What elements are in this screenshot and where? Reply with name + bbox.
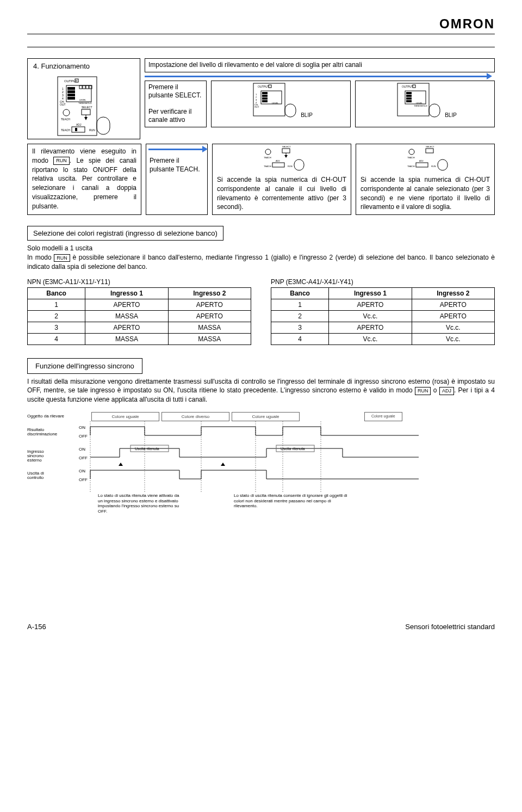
svg-rect-23 <box>82 109 90 115</box>
svg-text:controllo: controllo <box>27 475 44 480</box>
svg-text:LEVEL: LEVEL <box>272 102 279 104</box>
premere-select: Premere il pulsante SELECT. <box>145 81 206 102</box>
svg-rect-54 <box>406 97 412 100</box>
svg-rect-14 <box>67 97 75 100</box>
pnp-table: BancoIngresso 1Ingresso 2 1APERTOAPERTO … <box>271 287 495 345</box>
svg-text:ON: ON <box>79 447 85 452</box>
svg-text:SELECT: SELECT <box>426 145 434 148</box>
impostazione-heading: Impostazione del livello di rilevamento … <box>145 59 494 72</box>
svg-rect-48 <box>397 83 429 116</box>
svg-text:THRESHOLD: THRESHOLD <box>414 104 427 107</box>
svg-rect-12 <box>67 90 75 93</box>
svg-text:SELECT: SELECT <box>82 106 92 109</box>
svg-rect-38 <box>262 97 268 100</box>
svg-rect-1 <box>97 117 110 134</box>
svg-marker-103 <box>221 463 225 466</box>
svg-rect-36 <box>262 92 268 94</box>
svg-rect-61 <box>282 149 290 153</box>
svg-text:OFF: OFF <box>79 456 88 460</box>
svg-rect-58 <box>429 104 440 117</box>
svg-rect-31 <box>75 128 77 131</box>
svg-marker-102 <box>119 463 123 466</box>
svg-text:esterno: esterno <box>27 458 42 463</box>
section4-title: 4. Funzionamento <box>28 59 140 73</box>
chout-text-2: Si accende la spia numerica di CH-OUT co… <box>356 173 494 214</box>
svg-rect-34 <box>269 85 271 88</box>
svg-text:RUN: RUN <box>431 165 436 168</box>
svg-text:RUN: RUN <box>89 128 95 132</box>
svg-text:OUTPUT: OUTPUT <box>258 85 269 88</box>
note-2: Lo stato di uscita ritenuta consente di … <box>234 493 353 514</box>
svg-rect-74 <box>416 163 428 167</box>
svg-text:TEACH: TEACH <box>407 156 415 159</box>
svg-text:Uscita ritenuta: Uscita ritenuta <box>281 447 305 451</box>
page-number: A-156 <box>27 623 46 631</box>
svg-rect-78 <box>438 159 448 170</box>
svg-text:OFF: OFF <box>79 434 88 439</box>
svg-text:ADJ: ADJ <box>276 159 280 162</box>
svg-marker-26 <box>84 117 88 120</box>
svg-rect-72 <box>426 149 433 153</box>
run-badge: RUN <box>53 157 70 165</box>
svg-text:OUT: OUT <box>254 106 259 108</box>
svg-text:RUN: RUN <box>288 165 293 168</box>
svg-rect-15 <box>79 85 82 89</box>
chout-text-1: Si accende la spia numerica di CH-OUT co… <box>213 173 351 214</box>
svg-rect-69 <box>294 159 304 170</box>
selezione-title: Selezione dei colori registrati (ingress… <box>27 226 223 241</box>
svg-text:TEACH: TEACH <box>264 165 271 168</box>
svg-text:OUTPUT: OUTPUT <box>402 85 413 88</box>
svg-point-59 <box>265 149 271 155</box>
svg-rect-53 <box>406 95 412 97</box>
sincrono-title: Funzione dell'ingresso sincrono <box>27 358 142 374</box>
svg-rect-50 <box>413 85 415 88</box>
svg-text:TEACH: TEACH <box>407 165 415 168</box>
blip-label-2: BLIP <box>445 112 457 118</box>
svg-rect-47 <box>285 104 296 117</box>
svg-text:ON: ON <box>79 425 85 430</box>
svg-text:TEACH: TEACH <box>61 118 70 121</box>
svg-rect-13 <box>67 94 75 96</box>
npn-table: BancoIngresso 1Ingresso 2 1APERTOAPERTO … <box>27 287 251 345</box>
svg-text:Uscita ritenuta: Uscita ritenuta <box>135 447 159 451</box>
svg-rect-65 <box>272 163 284 167</box>
pnp-title: PNP (E3MC-A41/-X41/-Y41) <box>271 278 495 286</box>
blue-arrow-right <box>145 76 488 77</box>
svg-rect-37 <box>262 95 268 97</box>
svg-text:OFF: OFF <box>79 477 88 482</box>
svg-text:TEACH: TEACH <box>264 156 271 159</box>
footer-title: Sensori fotoelettrici standard <box>405 623 495 631</box>
verificare-canale: Per verificare il canale attivo <box>145 102 206 127</box>
svg-text:SELECT: SELECT <box>282 145 291 148</box>
svg-rect-17 <box>86 85 89 89</box>
note-1: Lo stato di uscita ritenuta viene attiva… <box>98 493 185 514</box>
svg-text:TEACH: TEACH <box>61 128 70 132</box>
svg-text:LEVEL: LEVEL <box>79 99 86 101</box>
svg-rect-55 <box>406 100 412 102</box>
svg-text:THRESHOLD: THRESHOLD <box>78 102 92 104</box>
npn-title: NPN (E3MC-A11/-X11/-Y11) <box>27 278 251 286</box>
svg-rect-16 <box>83 85 85 89</box>
device-illustration-4: TEACH SELECT TEACHRUNADJ <box>256 144 308 171</box>
svg-point-21 <box>63 109 70 116</box>
svg-rect-52 <box>406 92 412 94</box>
premere-teach: Premere il pulsante TEACH. <box>146 155 207 176</box>
svg-text:OUT: OUT <box>60 103 66 106</box>
svg-text:ON: ON <box>79 469 85 473</box>
svg-marker-64 <box>284 155 288 158</box>
timing-diagram: Oggetto da rilevare Colore uguale Colore… <box>27 412 495 514</box>
blip-label-1: BLIP <box>301 112 313 118</box>
device-illustration: OUTPUT 12 34 CH-OUT LEVELTHRESHOLD TEACH… <box>51 73 116 139</box>
solo-modelli: Solo modelli a 1 uscita <box>27 244 92 252</box>
svg-rect-39 <box>262 100 268 102</box>
brand-logo: OMRON <box>27 16 495 32</box>
device-illustration-2: OUTPUT 12 34 CH-OUT LEVEL <box>249 81 301 118</box>
svg-rect-30 <box>72 127 85 132</box>
blue-arrow-2 <box>148 149 203 150</box>
svg-rect-11 <box>67 87 75 90</box>
svg-point-70 <box>409 149 414 155</box>
run-badge-2: RUN <box>54 254 70 262</box>
device-illustration-3: OUTPUT LEVELTHRESHOLD <box>393 81 445 118</box>
sincrono-body: I risultati della misurazione vengono di… <box>27 374 495 408</box>
svg-text:ADJ: ADJ <box>419 159 424 162</box>
